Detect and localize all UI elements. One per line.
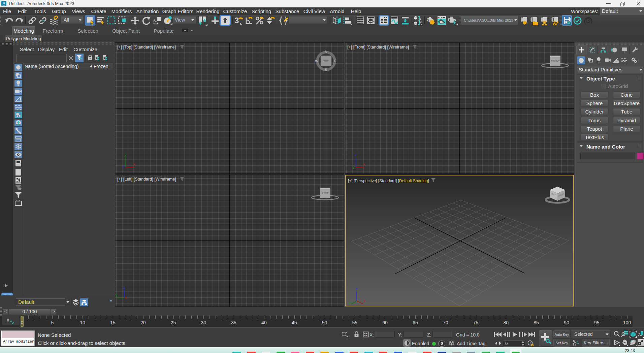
svg-text:y: y	[349, 300, 351, 304]
svg-text:y: y	[125, 153, 127, 157]
svg-text:N: N	[325, 50, 327, 54]
svg-text:FRONT: FRONT	[551, 60, 560, 63]
svg-text:MAX: MAX	[3, 5, 5, 6]
svg-text:3: 3	[234, 16, 239, 25]
svg-text:x: x	[363, 299, 365, 303]
svg-text:z: z	[123, 285, 125, 289]
svg-text:3: 3	[3, 1, 5, 5]
svg-text:z: z	[356, 287, 358, 291]
svg-text:z: z	[355, 153, 357, 157]
svg-text:W: W	[315, 59, 319, 63]
svg-text:S: S	[325, 68, 327, 72]
svg-text:y: y	[353, 165, 355, 169]
svg-text:y: y	[116, 293, 118, 297]
svg-text:x: x	[133, 162, 135, 166]
svg-text:LEFT: LEFT	[322, 192, 328, 195]
svg-text:x: x	[125, 296, 127, 300]
svg-text:E: E	[334, 59, 336, 63]
svg-text:x: x	[363, 162, 365, 166]
svg-text:TOP: TOP	[324, 60, 329, 62]
svg-text:z: z	[123, 165, 125, 169]
